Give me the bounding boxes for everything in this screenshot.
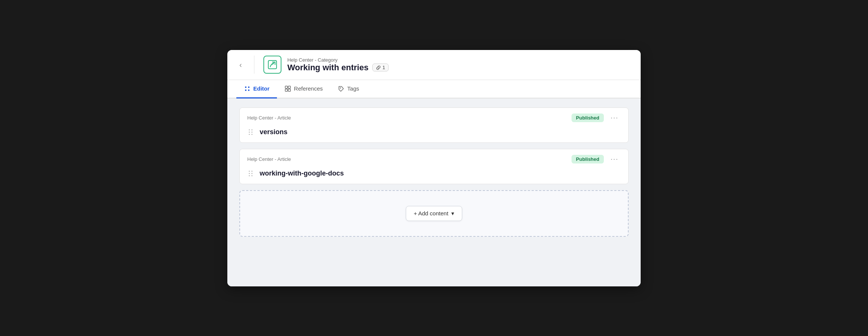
header-title-text: Working with entries bbox=[287, 63, 369, 73]
card-header-right-1: Published ··· bbox=[572, 113, 621, 123]
drag-dot bbox=[249, 129, 250, 130]
add-content-button[interactable]: + Add content ▾ bbox=[406, 206, 462, 221]
header-text: Help Center - Category Working with entr… bbox=[287, 57, 389, 73]
tab-editor-label: Editor bbox=[253, 85, 269, 92]
chevron-down-icon: ▾ bbox=[451, 210, 454, 217]
references-tab-icon bbox=[284, 85, 291, 92]
back-button[interactable]: ‹ bbox=[236, 59, 245, 71]
link-icon bbox=[376, 65, 381, 70]
card-body-2: working-with-google-docs bbox=[240, 168, 628, 184]
svg-point-3 bbox=[248, 86, 250, 88]
card-header-1: Help Center - Article Published ··· bbox=[240, 108, 628, 126]
drag-dot bbox=[251, 129, 253, 130]
tab-tags[interactable]: Tags bbox=[330, 80, 367, 98]
card-header-2: Help Center - Article Published ··· bbox=[240, 149, 628, 168]
drag-handle-2[interactable] bbox=[247, 169, 254, 178]
tab-references-label: References bbox=[294, 85, 323, 92]
published-badge-1: Published bbox=[572, 114, 604, 122]
svg-point-5 bbox=[248, 89, 250, 91]
more-options-btn-1[interactable]: ··· bbox=[608, 113, 621, 123]
card-type-2: Help Center - Article bbox=[247, 156, 291, 162]
header-category: Help Center - Category bbox=[287, 57, 389, 63]
svg-point-10 bbox=[340, 87, 341, 88]
drag-dot bbox=[251, 173, 253, 174]
tags-tab-icon bbox=[338, 85, 345, 92]
card-header-right-2: Published ··· bbox=[572, 154, 621, 164]
ref-count: 1 bbox=[383, 65, 385, 70]
leaf-edit-icon bbox=[267, 59, 278, 70]
main-content: Help Center - Article Published ··· vers… bbox=[227, 98, 641, 286]
tab-editor[interactable]: Editor bbox=[236, 80, 277, 98]
drag-dot bbox=[249, 173, 250, 174]
drag-dot bbox=[251, 132, 253, 133]
tab-references[interactable]: References bbox=[277, 80, 330, 98]
more-options-btn-2[interactable]: ··· bbox=[608, 154, 621, 164]
tabs-bar: Editor References Tags bbox=[227, 80, 641, 98]
header-title: Working with entries 1 bbox=[287, 63, 389, 73]
tab-tags-label: Tags bbox=[347, 85, 359, 92]
drag-dot bbox=[249, 175, 250, 176]
card-body-1: versions bbox=[240, 126, 628, 142]
drag-dot bbox=[249, 134, 250, 135]
svg-rect-7 bbox=[288, 86, 290, 88]
drag-handle-1[interactable] bbox=[247, 128, 254, 136]
editor-tab-icon bbox=[244, 85, 251, 92]
drag-dot bbox=[251, 175, 253, 176]
references-badge[interactable]: 1 bbox=[372, 64, 389, 71]
add-content-label: + Add content bbox=[414, 210, 448, 216]
published-badge-2: Published bbox=[572, 155, 604, 163]
svg-rect-6 bbox=[285, 86, 287, 88]
header: ‹ Help Center - Category Working with en… bbox=[227, 50, 641, 80]
article-card-1: Help Center - Article Published ··· vers… bbox=[239, 107, 629, 143]
article-card-2: Help Center - Article Published ··· work… bbox=[239, 149, 629, 184]
svg-rect-9 bbox=[288, 89, 290, 91]
svg-point-2 bbox=[245, 86, 246, 88]
drag-dot bbox=[249, 132, 250, 133]
app-icon bbox=[263, 56, 281, 74]
card-title-1: versions bbox=[260, 128, 287, 136]
card-type-1: Help Center - Article bbox=[247, 115, 291, 121]
svg-point-4 bbox=[245, 89, 246, 91]
header-divider bbox=[254, 56, 254, 74]
drag-dot bbox=[251, 134, 253, 135]
svg-rect-8 bbox=[285, 89, 287, 91]
card-title-2: working-with-google-docs bbox=[260, 170, 344, 177]
drag-dot bbox=[249, 171, 250, 172]
main-window: ‹ Help Center - Category Working with en… bbox=[227, 50, 641, 286]
add-content-zone: + Add content ▾ bbox=[239, 190, 629, 237]
drag-dot bbox=[251, 171, 253, 172]
